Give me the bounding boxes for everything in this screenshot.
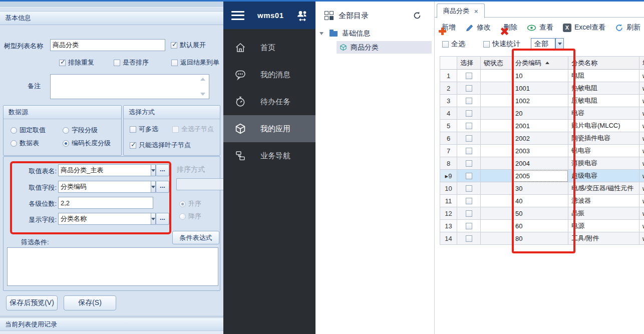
- category-code-cell[interactable]: 2002: [512, 132, 568, 145]
- table-row[interactable]: 110电阻w: [440, 70, 644, 82]
- row-checkbox[interactable]: [466, 223, 472, 229]
- sidebar-item-business-nav[interactable]: 业务导航: [223, 142, 315, 169]
- lock-state-cell[interactable]: [481, 70, 512, 82]
- table-row[interactable]: ▸92005超级电容w: [440, 170, 644, 182]
- lock-state-cell[interactable]: [481, 182, 512, 195]
- category-name-cell[interactable]: 电感/变压器/磁性元件: [568, 182, 639, 195]
- category-name-cell[interactable]: 压敏电阻: [568, 95, 639, 107]
- row-number-cell[interactable]: 11: [440, 195, 457, 207]
- display-field-more-button[interactable]: ...: [156, 213, 169, 225]
- tab-product-category[interactable]: 商品分类 ×: [437, 4, 485, 18]
- row-number-cell[interactable]: 2: [440, 82, 457, 95]
- category-code-cell[interactable]: 50: [512, 207, 568, 220]
- category-code-cell[interactable]: 2003: [512, 145, 568, 157]
- scope-dropdown-value[interactable]: 全部: [531, 38, 555, 50]
- row-number-cell[interactable]: 8: [440, 157, 457, 170]
- partial-column-cell[interactable]: w: [639, 157, 644, 170]
- value-field-dropdown-button[interactable]: [151, 181, 156, 193]
- category-code-cell[interactable]: 30: [512, 182, 568, 195]
- lock-state-cell[interactable]: [481, 120, 512, 132]
- multi-select-checkbox-box[interactable]: [130, 126, 136, 133]
- row-checkbox[interactable]: [466, 148, 472, 154]
- tree-name-input[interactable]: [50, 39, 165, 51]
- lock-state-cell[interactable]: [481, 82, 512, 95]
- partial-column-cell[interactable]: w: [639, 195, 644, 207]
- row-checkbox[interactable]: [466, 110, 472, 117]
- category-name-cell[interactable]: 热敏电阻: [568, 82, 639, 95]
- select-all-checkbox-box[interactable]: [442, 41, 449, 48]
- sortable-checkbox-box[interactable]: [114, 60, 120, 66]
- category-code-cell[interactable]: 20: [512, 107, 568, 120]
- sidebar-item-apps[interactable]: 我的应用: [223, 115, 315, 142]
- category-code-cell[interactable]: 10: [512, 70, 568, 82]
- radio-field-level-circle[interactable]: [63, 127, 69, 134]
- sortable-checkbox[interactable]: 是否排序: [114, 58, 149, 67]
- partial-column-cell[interactable]: w: [639, 232, 644, 245]
- remark-scrollbar[interactable]: [199, 78, 206, 96]
- row-number-cell[interactable]: 6: [440, 132, 457, 145]
- leaf-only-checkbox-box[interactable]: [130, 142, 136, 149]
- row-select-cell[interactable]: [457, 70, 481, 82]
- row-select-cell[interactable]: [457, 232, 481, 245]
- scope-dropdown[interactable]: 全部: [531, 38, 564, 50]
- value-table-dropdown-button[interactable]: [151, 164, 156, 176]
- sidebar-item-tasks[interactable]: 待办任务: [223, 88, 315, 115]
- row-number-cell[interactable]: 12: [440, 207, 457, 220]
- row-number-cell[interactable]: 14: [440, 232, 457, 245]
- switch-user-icon[interactable]: [295, 9, 309, 23]
- table-row[interactable]: 82004薄膜电容w: [440, 157, 644, 170]
- dedupe-checkbox-box[interactable]: [59, 60, 66, 66]
- table-row[interactable]: 1360电源w: [440, 220, 644, 232]
- row-select-cell[interactable]: [457, 182, 481, 195]
- row-select-cell[interactable]: [457, 107, 481, 120]
- row-checkbox[interactable]: [466, 73, 472, 79]
- row-select-cell[interactable]: [457, 170, 481, 182]
- preview-after-save-button[interactable]: 保存后预览(V): [6, 295, 58, 310]
- row-checkbox[interactable]: [466, 123, 472, 129]
- table-row[interactable]: 1140滤波器w: [440, 195, 644, 207]
- row-number-cell[interactable]: 5: [440, 120, 457, 132]
- remark-textarea[interactable]: [50, 74, 209, 99]
- table-row[interactable]: 21001热敏电阻w: [440, 82, 644, 95]
- col-header-lock-state[interactable]: 锁状态: [481, 56, 512, 70]
- row-checkbox[interactable]: [466, 135, 472, 142]
- row-select-cell[interactable]: [457, 220, 481, 232]
- row-number-cell[interactable]: 3: [440, 95, 457, 107]
- row-number-cell[interactable]: 13: [440, 220, 457, 232]
- category-name-cell[interactable]: 工具/附件: [568, 232, 639, 245]
- radio-fixed-value-circle[interactable]: [11, 127, 17, 134]
- category-code-cell[interactable]: 40: [512, 195, 568, 207]
- category-code-cell[interactable]: 80: [512, 232, 568, 245]
- row-checkbox[interactable]: [466, 160, 472, 167]
- table-row[interactable]: 52001贴片电容(MLCC)w: [440, 120, 644, 132]
- table-row[interactable]: 1480工具/附件w: [440, 232, 644, 245]
- category-name-cell[interactable]: 滤波器: [568, 195, 639, 207]
- default-expand-checkbox[interactable]: 默认展开: [171, 41, 206, 50]
- radio-code-length-circle[interactable]: [63, 140, 69, 147]
- scroll-down-icon[interactable]: [200, 93, 205, 96]
- tree-node-basic-info[interactable]: 基础信息: [319, 28, 370, 40]
- category-code-cell[interactable]: 2005: [512, 170, 568, 182]
- radio-data-table-circle[interactable]: [11, 140, 17, 147]
- row-number-cell[interactable]: 4: [440, 107, 457, 120]
- table-row[interactable]: 62002陶瓷插件电容w: [440, 132, 644, 145]
- row-checkbox[interactable]: [466, 198, 472, 204]
- save-button[interactable]: 保存(S): [64, 295, 116, 310]
- filter-condition-textarea[interactable]: [7, 247, 218, 286]
- partial-column-cell[interactable]: w: [639, 132, 644, 145]
- row-select-cell[interactable]: [457, 207, 481, 220]
- value-field-combo[interactable]: [58, 181, 153, 193]
- multi-select-checkbox[interactable]: 可多选: [130, 125, 158, 134]
- row-select-cell[interactable]: [457, 132, 481, 145]
- partial-column-cell[interactable]: w: [639, 82, 644, 95]
- category-name-cell[interactable]: 晶振: [568, 207, 639, 220]
- toolbar-button-excel[interactable]: Excel查看: [563, 23, 605, 32]
- lock-state-cell[interactable]: [481, 107, 512, 120]
- all-children-checkbox[interactable]: 全选子节点: [172, 125, 214, 134]
- category-code-cell[interactable]: 2004: [512, 157, 568, 170]
- col-header-select[interactable]: 选择: [457, 56, 481, 70]
- lock-state-cell[interactable]: [481, 170, 512, 182]
- scope-dropdown-button[interactable]: [555, 38, 564, 50]
- lock-state-cell[interactable]: [481, 195, 512, 207]
- toolbar-button-edit[interactable]: 修改: [465, 23, 491, 32]
